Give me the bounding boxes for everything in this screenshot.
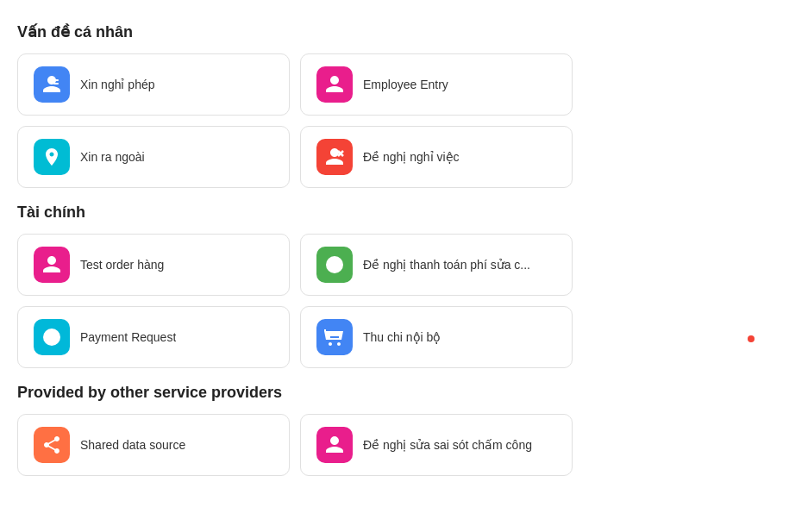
- section-personal: Vấn đề cá nhân Xin nghỉ phép Employee En…: [17, 22, 772, 188]
- card-payment-request[interactable]: ¥ Payment Request: [17, 306, 290, 368]
- svg-text:¥: ¥: [48, 331, 55, 344]
- card-de-nghi-nghi-viec[interactable]: Đề nghị nghỉ việc: [300, 126, 573, 188]
- card-xin-nghi-phep[interactable]: Xin nghỉ phép: [17, 53, 290, 116]
- de-nghi-thanh-toan-icon: ¥: [316, 247, 353, 283]
- red-dot-indicator: [748, 335, 755, 342]
- shared-data-source-label: Shared data source: [80, 438, 185, 452]
- thu-chi-noi-bo-icon: [316, 319, 353, 355]
- employee-entry-label: Employee Entry: [363, 78, 448, 91]
- card-test-order-hang[interactable]: Test order hàng: [17, 234, 290, 296]
- de-nghi-nghi-viec-icon: [316, 139, 353, 175]
- de-nghi-sua-sai-sot-label: Đề nghị sửa sai sót chấm công: [363, 438, 532, 452]
- test-order-hang-label: Test order hàng: [80, 258, 164, 272]
- thu-chi-noi-bo-label: Thu chi nội bộ: [363, 330, 441, 344]
- payment-request-label: Payment Request: [80, 330, 176, 344]
- card-employee-entry[interactable]: Employee Entry: [300, 53, 573, 116]
- shared-data-source-icon: [34, 427, 70, 463]
- xin-ra-ngoai-icon: [34, 139, 70, 175]
- payment-request-icon: ¥: [34, 319, 70, 355]
- card-de-nghi-thanh-toan[interactable]: ¥ Đề nghị thanh toán phí sửa c...: [300, 234, 573, 296]
- card-xin-ra-ngoai[interactable]: Xin ra ngoài: [17, 126, 290, 188]
- section-personal-cards: Xin nghỉ phép Employee Entry Xin ra ngoà…: [17, 53, 772, 188]
- card-de-nghi-sua-sai-sot[interactable]: Đề nghị sửa sai sót chấm công: [300, 414, 573, 476]
- section-other-providers-cards: Shared data source Đề nghị sửa sai sót c…: [17, 414, 772, 476]
- svg-text:¥: ¥: [331, 259, 338, 272]
- card-thu-chi-noi-bo[interactable]: Thu chi nội bộ: [300, 306, 573, 368]
- section-finance-title: Tài chính: [17, 203, 772, 222]
- section-finance: Tài chính Test order hàng ¥ Đề nghị than…: [17, 203, 772, 368]
- xin-nghi-phep-label: Xin nghỉ phép: [80, 78, 155, 91]
- xin-nghi-phep-icon: [34, 66, 70, 103]
- section-other-providers: Provided by other service providers Shar…: [17, 384, 772, 476]
- section-personal-title: Vấn đề cá nhân: [17, 22, 772, 41]
- de-nghi-thanh-toan-label: Đề nghị thanh toán phí sửa c...: [363, 258, 530, 272]
- test-order-hang-icon: [34, 247, 70, 283]
- de-nghi-sua-sai-sot-icon: [316, 427, 353, 463]
- section-finance-cards: Test order hàng ¥ Đề nghị thanh toán phí…: [17, 234, 772, 368]
- de-nghi-nghi-viec-label: Đề nghị nghỉ việc: [363, 150, 460, 164]
- svg-rect-1: [53, 83, 59, 84]
- xin-ra-ngoai-label: Xin ra ngoài: [80, 150, 145, 164]
- employee-entry-icon: [316, 66, 353, 103]
- section-other-providers-title: Provided by other service providers: [17, 384, 772, 402]
- card-shared-data-source[interactable]: Shared data source: [17, 414, 290, 476]
- svg-rect-0: [53, 79, 59, 81]
